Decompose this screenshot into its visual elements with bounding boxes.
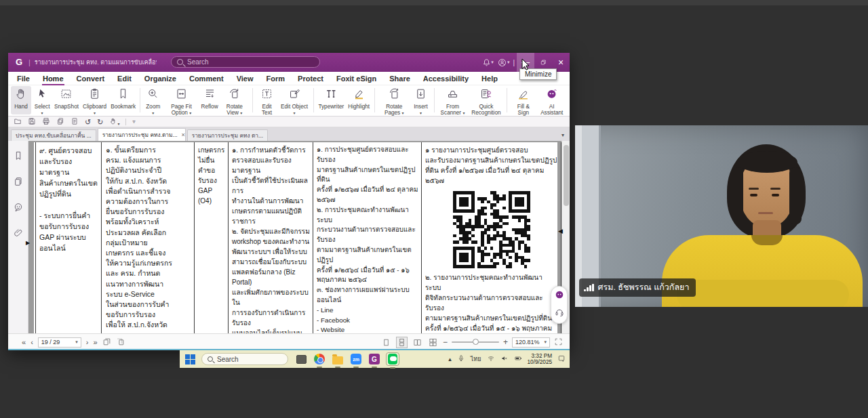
tray-chevron-icon[interactable]: ▴	[448, 356, 452, 362]
attachments-panel-icon[interactable]	[13, 228, 24, 241]
zoom-slider[interactable]	[452, 341, 499, 343]
ribbon-tool-zoom[interactable]: Zoom ▾	[143, 86, 163, 114]
ribbon-tool-edit-text[interactable]: Edit Text	[255, 86, 278, 114]
tab-list-caret-icon[interactable]: ▾	[561, 132, 564, 138]
ribbon-tool-snapshot[interactable]: SnapShot	[53, 86, 80, 114]
ribbon-tool-quick-recognition[interactable]: Quick Recognition	[469, 86, 505, 114]
new-document-icon[interactable]	[71, 116, 79, 128]
facing-view-icon[interactable]	[412, 337, 423, 348]
ribbon-tool-highlight[interactable]: Highlight	[346, 86, 372, 114]
save-file-icon[interactable]	[28, 116, 36, 128]
ribbon-tool-hand[interactable]: Hand	[11, 86, 31, 114]
notification-center-icon[interactable]	[557, 353, 566, 365]
menu-item-foxit-esign[interactable]: Foxit eSign	[336, 73, 377, 84]
bell-caret-icon[interactable]: ▾	[491, 60, 494, 65]
taskbar-file-explorer[interactable]	[332, 353, 344, 365]
taskbar-line-active[interactable]	[387, 353, 399, 365]
taskbar-zoom[interactable]: zm	[350, 353, 362, 365]
zoom-out-icon[interactable]: −	[443, 337, 448, 347]
taskbar-chrome[interactable]	[313, 353, 326, 365]
ribbon-tool-reflow[interactable]: Reflow	[199, 86, 220, 114]
collapse-right-panel-icon[interactable]: ◀	[558, 228, 563, 234]
page-number-box[interactable]: 19 / 29 ▾	[38, 337, 81, 348]
document-tab-1[interactable]: ประชุม คทง.ขับเคลื่อนภาคื้น ...	[11, 129, 96, 141]
document-tab-3[interactable]: รายงานการประชุม คทง ตา...	[187, 129, 268, 141]
print-icon[interactable]	[42, 116, 50, 128]
menu-item-help[interactable]: Help	[481, 73, 498, 84]
zoom-caret-icon[interactable]: ▾	[544, 339, 547, 345]
facing-continuous-view-icon[interactable]	[427, 337, 439, 348]
pages-panel-icon[interactable]	[13, 176, 24, 190]
bookmarks-panel-icon[interactable]	[13, 150, 24, 164]
continuous-view-icon[interactable]	[396, 337, 408, 348]
page-caret-icon[interactable]: ▾	[75, 339, 78, 345]
menu-item-convert[interactable]: Convert	[76, 73, 106, 84]
menu-item-file[interactable]: File	[16, 73, 31, 84]
taskbar-search[interactable]: Search	[201, 353, 288, 365]
scrollbar-thumb[interactable]	[564, 145, 569, 206]
ribbon-tool-edit-object[interactable]: Edit Object ▾	[279, 86, 311, 114]
ribbon-tool-rotate-view[interactable]: Rotate View ▾	[220, 86, 249, 114]
ribbon-tool-label: SnapShot	[54, 104, 79, 110]
last-page-icon[interactable]: »	[93, 338, 97, 346]
menu-item-form[interactable]: Form	[266, 73, 286, 84]
first-page-icon[interactable]: «	[22, 338, 26, 346]
ribbon-tool-clipboard[interactable]: Clipboard ▾	[80, 86, 110, 114]
hand-tool-icon[interactable]: ▾	[109, 116, 119, 128]
account-caret-icon[interactable]: ▾	[507, 60, 510, 65]
copy-page-icon[interactable]	[56, 116, 64, 128]
titlebar[interactable]: G | รายงานการประชุม คทง. ตามแผนการขับเคล…	[8, 53, 570, 72]
ribbon-tool-label: Clipboard ▾	[82, 104, 108, 117]
taskbar-clock[interactable]: 3:32 PM 10/9/2025	[528, 353, 552, 365]
previous-view-icon[interactable]	[102, 337, 111, 348]
customize-toolbar-icon[interactable]: ▿	[132, 119, 135, 125]
next-page-icon[interactable]: ›	[86, 338, 89, 346]
language-indicator[interactable]: ไทย	[471, 354, 481, 364]
redo-icon[interactable]: ↻	[97, 119, 103, 125]
comments-panel-icon[interactable]	[13, 202, 24, 215]
zoom-level-box[interactable]: 120.81% ▾	[512, 337, 550, 348]
menu-item-accessibility[interactable]: Accessibility	[422, 73, 469, 84]
ribbon-tool-fill-sign[interactable]: Fill & Sign	[510, 86, 536, 114]
ribbon-tool-from-scanner[interactable]: From Scanner ▾	[437, 86, 468, 114]
start-button[interactable]	[185, 354, 195, 364]
ribbon-tool-ai-assistant[interactable]: AI Assistant	[536, 86, 567, 114]
volume-muted-icon[interactable]	[500, 353, 509, 365]
next-view-icon[interactable]	[116, 337, 125, 348]
battery-icon[interactable]	[514, 353, 522, 365]
ribbon-tool-rotate-pages[interactable]: Rotate Pages ▾	[378, 86, 411, 114]
taskbar-app-window[interactable]	[295, 353, 307, 365]
expand-left-panel-icon[interactable]: ▶	[26, 240, 30, 246]
ribbon-tool-label: Highlight	[348, 104, 370, 110]
zoom-slider-thumb[interactable]	[473, 339, 479, 345]
chrome-icon	[314, 354, 325, 364]
titlebar-search[interactable]: Search	[171, 56, 320, 68]
ribbon-tool-page-fit-option[interactable]: Page Fit Option ▾	[163, 86, 199, 114]
menu-item-view[interactable]: View	[236, 73, 254, 84]
zoom-in-icon[interactable]: +	[503, 337, 508, 347]
page-view[interactable]: ๙. ศูนย์ตรวจสอบ และรับรองมาตรฐาน สินค้าเ…	[28, 141, 561, 333]
undo-icon[interactable]: ↺	[85, 119, 91, 125]
ribbon-tool-insert[interactable]: Insert ▾	[411, 86, 431, 114]
tab-close-icon[interactable]: ×	[182, 131, 185, 138]
menu-item-organize[interactable]: Organize	[144, 73, 177, 84]
menu-item-protect[interactable]: Protect	[297, 73, 324, 84]
ribbon-tool-bookmark[interactable]: Bookmark	[109, 86, 136, 114]
document-tab-2-active[interactable]: รายงานการประชุม คทง.ตาม...×	[98, 128, 186, 141]
support-headset-icon[interactable]	[554, 307, 565, 320]
menu-item-share[interactable]: Share	[389, 73, 411, 84]
previous-page-icon[interactable]: ‹	[31, 338, 33, 346]
menu-item-comment[interactable]: Comment	[189, 73, 224, 84]
wifi-icon[interactable]	[487, 353, 495, 365]
fullscreen-icon[interactable]	[554, 337, 563, 348]
open-file-icon[interactable]	[14, 116, 22, 128]
titlebar-separator: |	[513, 59, 515, 66]
ribbon-tool-typewriter[interactable]: Typewriter	[316, 86, 346, 114]
ribbon-tool-select[interactable]: Select ▾	[31, 86, 53, 114]
menu-item-home[interactable]: Home	[42, 73, 64, 84]
menu-item-edit[interactable]: Edit	[117, 73, 132, 84]
microphone-tray-icon[interactable]	[457, 353, 465, 365]
taskbar-foxit[interactable]: G	[368, 353, 380, 365]
ai-assistant-float-icon[interactable]	[554, 289, 565, 303]
single-page-view-icon[interactable]	[380, 337, 392, 348]
